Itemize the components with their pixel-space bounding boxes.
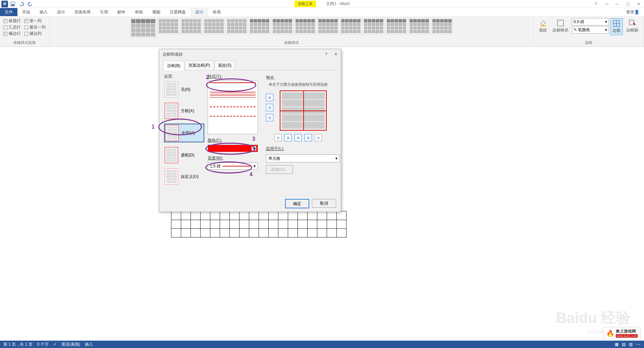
preview-border-top-button[interactable]: ⊞ (266, 94, 273, 101)
border-style-button[interactable]: 边框样式 (550, 18, 571, 34)
tab-home[interactable]: 开始 (17, 8, 35, 16)
check-first-col[interactable]: 第一列 (24, 18, 42, 24)
dialog-tab-shading[interactable]: 底纹(S) (214, 61, 235, 70)
style-thumb[interactable] (130, 18, 156, 38)
help-icon[interactable]: ? (592, 1, 600, 7)
setting-all[interactable]: 全部(A) (164, 124, 204, 142)
style-thumb[interactable] (180, 18, 202, 34)
view-print-icon[interactable]: ▤ (622, 342, 626, 347)
style-thumb[interactable] (363, 18, 384, 34)
borders-button[interactable]: 边框 (610, 18, 623, 35)
view-read-icon[interactable]: ▦ (615, 342, 619, 347)
dialog-close-icon[interactable]: ✕ (334, 52, 337, 57)
ribbon-options-icon[interactable]: ▭ (602, 1, 610, 7)
status-mode[interactable]: 插入 (85, 342, 93, 347)
tab-references[interactable]: 引用 (95, 8, 113, 16)
zoom-out-button[interactable]: −− (636, 342, 641, 347)
style-option[interactable] (210, 116, 256, 124)
style-thumb[interactable] (203, 18, 225, 34)
tab-table-design[interactable]: 设计 (191, 8, 208, 16)
style-option[interactable] (210, 94, 256, 96)
style-thumb[interactable] (272, 18, 293, 34)
setting-grid-icon (165, 147, 178, 163)
setting-custom[interactable]: 自定义(U) (164, 168, 204, 185)
preview-border-hmid-button[interactable]: ⊞ (266, 104, 273, 111)
preview-border-right-button[interactable]: ⊞ (305, 134, 312, 141)
style-thumb[interactable] (409, 18, 430, 34)
save-button[interactable] (9, 1, 17, 7)
pen-weight-dropdown[interactable]: 0.5 磅▾ (572, 18, 609, 25)
preview-border-bottom-button[interactable]: ⊞ (266, 114, 273, 121)
pen-color-dropdown[interactable]: ✎ 笔颜色▾ (572, 26, 609, 33)
status-words[interactable]: 0 个字 (37, 342, 49, 347)
style-thumb[interactable] (386, 18, 407, 34)
style-option[interactable] (210, 82, 256, 90)
tab-mailings[interactable]: 邮件 (113, 8, 130, 16)
view-web-icon[interactable]: ▥ (629, 342, 633, 347)
border-painter-button[interactable]: 边框刷 (624, 18, 640, 34)
check-banded-row[interactable]: 镶边行 (3, 31, 21, 37)
tab-review[interactable]: 审阅 (130, 8, 148, 16)
signin-link[interactable]: 登录 👤 (622, 8, 644, 16)
preview-border-diag1-button[interactable]: ⊘ (274, 134, 282, 141)
style-option[interactable] (210, 92, 256, 93)
chevron-down-icon: ▾ (335, 156, 337, 161)
style-option[interactable] (210, 97, 256, 105)
shading-button[interactable]: 底纹 (537, 18, 549, 34)
annotation-number-4: 4 (250, 171, 253, 178)
dialog-tab-page-border[interactable]: 页面边框(P) (185, 61, 214, 70)
tab-insert[interactable]: 插入 (35, 8, 52, 16)
check-banded-col[interactable]: 镶边列 (24, 31, 42, 37)
dialog-help-icon[interactable]: ? (325, 52, 327, 57)
status-page[interactable]: 第 1 页，共 1 页 (3, 342, 33, 347)
tab-view[interactable]: 视图 (148, 8, 165, 16)
borders-shading-dialog: 边框和底纹 ? ✕ 边框(B) 页面边框(P) 底纹(S) 设置: 无(N) 方… (159, 49, 341, 212)
status-spellcheck-icon[interactable]: ✓ (53, 342, 57, 347)
flame-icon: 🔥 (606, 329, 614, 337)
style-thumb[interactable] (340, 18, 362, 34)
options-button[interactable]: 选项(O)... (266, 165, 293, 174)
corner-site-badge: 🔥 奥义游戏网 www.aoe1.com (603, 327, 641, 339)
setting-none[interactable]: 无(N) (164, 81, 204, 98)
check-header-row[interactable]: 标题行 (3, 18, 21, 24)
minimize-icon[interactable]: — (613, 1, 621, 7)
setting-grid[interactable]: 虚框(D) (164, 146, 204, 164)
style-thumb[interactable] (249, 18, 270, 34)
tab-table-layout[interactable]: 布局 (208, 8, 225, 16)
table-styles-gallery[interactable] (129, 17, 454, 40)
status-language[interactable]: 英语(美国) (61, 342, 80, 347)
tab-design[interactable]: 设计 (52, 8, 70, 16)
color-dropdown[interactable]: ▾ (208, 145, 258, 152)
style-option[interactable] (210, 107, 256, 115)
preview-diagram[interactable] (280, 90, 327, 131)
width-dropdown[interactable]: 1.5 磅 ▾ (208, 162, 258, 170)
style-thumb[interactable] (294, 18, 316, 34)
group-table-styles: 表格样式 (49, 16, 534, 47)
ok-button[interactable]: 确定 (285, 199, 309, 208)
undo-button[interactable] (17, 1, 25, 7)
setting-box[interactable]: 方框(X) (164, 102, 204, 120)
tab-file[interactable]: 文件 (0, 8, 17, 16)
style-thumb[interactable] (158, 18, 179, 34)
cancel-button[interactable]: 取消 (312, 199, 336, 208)
apply-to-dropdown[interactable]: 单元格 ▾ (266, 154, 340, 162)
check-last-col[interactable]: 最后一列 (24, 24, 46, 30)
chevron-down-icon: ▾ (605, 19, 607, 24)
dialog-tab-border[interactable]: 边框(B) (163, 61, 184, 70)
close-icon[interactable]: ✕ (635, 1, 643, 7)
style-thumb[interactable] (317, 18, 339, 34)
style-thumb[interactable] (226, 18, 248, 34)
setting-all-icon (165, 125, 179, 141)
style-listbox[interactable] (208, 81, 258, 134)
tab-page-layout[interactable]: 页面布局 (70, 8, 95, 16)
maximize-icon[interactable]: ▢ (624, 1, 632, 7)
preview-border-diag2-button[interactable]: ⊘ (315, 134, 322, 141)
redo-button[interactable] (26, 1, 34, 7)
style-thumb[interactable] (431, 18, 453, 34)
tab-baidu-netdisk[interactable]: 百度网盘 (165, 8, 191, 16)
document-table[interactable] (171, 211, 346, 237)
preview-border-vmid-button[interactable]: ⊞ (294, 134, 302, 141)
preview-border-left-button[interactable]: ⊞ (284, 134, 292, 141)
check-total-row[interactable]: 汇总行 (3, 24, 21, 30)
border-painter-icon (629, 19, 636, 27)
